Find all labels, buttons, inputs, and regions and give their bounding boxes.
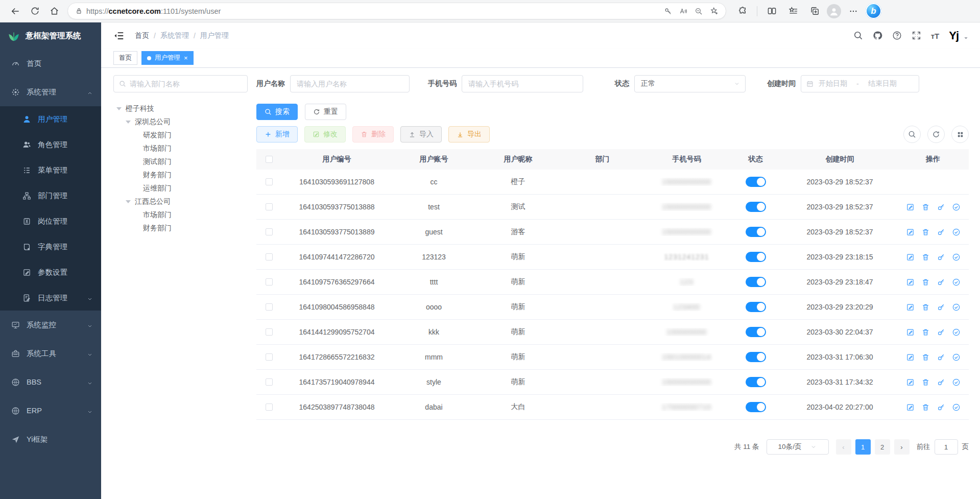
font-size-icon[interactable]: тT	[931, 31, 940, 40]
row-assign-role-icon[interactable]	[952, 353, 961, 362]
tree-node[interactable]: 橙子科技	[113, 102, 248, 115]
page-size-select[interactable]: 10条/页	[767, 439, 829, 455]
row-reset-password-icon[interactable]	[937, 378, 945, 387]
profile-avatar[interactable]	[827, 4, 841, 18]
zoom-out-icon[interactable]	[691, 4, 706, 18]
status-toggle[interactable]	[746, 302, 766, 312]
status-toggle[interactable]	[746, 327, 766, 337]
select-all-checkbox[interactable]	[266, 156, 273, 163]
status-toggle[interactable]	[746, 177, 766, 187]
bing-chat-icon[interactable]: b	[866, 3, 881, 19]
header-search-icon[interactable]	[853, 31, 863, 40]
sidebar-item-user-mgmt[interactable]: 用户管理	[0, 106, 101, 132]
read-aloud-icon[interactable]	[676, 4, 691, 18]
tree-node[interactable]: 财务部门	[113, 222, 248, 235]
user-menu-caret-icon[interactable]	[963, 35, 969, 41]
row-reset-password-icon[interactable]	[937, 353, 945, 362]
sidebar-item-dept-mgmt[interactable]: 部门管理	[0, 183, 101, 208]
row-checkbox[interactable]	[266, 278, 273, 286]
breadcrumb-item[interactable]: 用户管理	[200, 31, 229, 40]
goto-page-input[interactable]	[935, 439, 958, 455]
row-assign-role-icon[interactable]	[952, 253, 961, 262]
tag-close-icon[interactable]: ×	[184, 55, 188, 61]
reset-button[interactable]: 重置	[305, 104, 346, 120]
page-number-button[interactable]: 2	[875, 439, 890, 455]
row-reset-password-icon[interactable]	[937, 403, 945, 412]
tree-node[interactable]: 财务部门	[113, 169, 248, 182]
row-edit-icon[interactable]	[906, 228, 915, 236]
row-assign-role-icon[interactable]	[952, 328, 961, 337]
sidebar-item-bbs[interactable]: BBS	[0, 368, 101, 396]
password-key-icon[interactable]	[660, 4, 676, 18]
refresh-table-icon[interactable]	[927, 126, 945, 143]
page-number-button[interactable]: 1	[855, 439, 871, 455]
tree-expand-caret-icon[interactable]	[126, 121, 131, 124]
row-checkbox[interactable]	[266, 303, 273, 311]
sidebar-item-param-settings[interactable]: 参数设置	[0, 259, 101, 285]
sidebar-item-yi-frame[interactable]: Yi框架	[0, 425, 101, 454]
row-reset-password-icon[interactable]	[937, 303, 945, 312]
row-delete-icon[interactable]	[921, 353, 930, 362]
search-button[interactable]: 搜索	[256, 104, 298, 120]
help-icon[interactable]	[892, 31, 902, 40]
sidebar-item-home[interactable]: 首页	[0, 49, 101, 78]
row-checkbox[interactable]	[266, 403, 273, 411]
row-edit-icon[interactable]	[906, 353, 915, 362]
row-checkbox[interactable]	[266, 203, 273, 210]
add-favorite-star-icon[interactable]	[706, 4, 722, 18]
tag-item[interactable]: 首页	[113, 51, 137, 65]
github-icon[interactable]	[873, 31, 882, 40]
row-edit-icon[interactable]	[906, 378, 915, 387]
status-toggle[interactable]	[746, 402, 766, 412]
row-delete-icon[interactable]	[921, 253, 930, 262]
date-range-picker[interactable]: 开始日期 - 结束日期	[801, 75, 919, 92]
row-edit-icon[interactable]	[906, 303, 915, 312]
row-checkbox[interactable]	[266, 378, 273, 386]
row-edit-icon[interactable]	[906, 328, 915, 337]
department-search-input[interactable]	[130, 80, 242, 88]
breadcrumb-item[interactable]: 首页	[135, 31, 149, 40]
browser-home-icon[interactable]	[45, 3, 63, 20]
phone-input[interactable]	[462, 75, 583, 92]
status-toggle[interactable]	[746, 352, 766, 362]
row-edit-icon[interactable]	[906, 203, 915, 211]
row-checkbox[interactable]	[266, 178, 273, 185]
sidebar-item-erp[interactable]: ERP	[0, 396, 101, 425]
breadcrumb-item[interactable]: 系统管理	[160, 31, 189, 40]
status-toggle[interactable]	[746, 277, 766, 287]
tree-node[interactable]: 市场部门	[113, 142, 248, 155]
sidebar-item-log-mgmt[interactable]: 日志管理	[0, 285, 101, 311]
next-page-button[interactable]: ›	[894, 439, 910, 455]
url-text[interactable]: https://ccnetcore.com:1101/system/user	[86, 7, 660, 15]
row-assign-role-icon[interactable]	[952, 278, 961, 287]
row-checkbox[interactable]	[266, 328, 273, 336]
lock-icon[interactable]	[71, 4, 86, 18]
row-assign-role-icon[interactable]	[952, 403, 961, 412]
row-checkbox[interactable]	[266, 253, 273, 260]
department-search-box[interactable]	[113, 75, 248, 92]
row-checkbox[interactable]	[266, 353, 273, 361]
fullscreen-icon[interactable]	[912, 31, 921, 40]
tree-expand-caret-icon[interactable]	[126, 200, 131, 203]
browser-back-icon[interactable]	[6, 3, 25, 20]
username-input[interactable]	[290, 75, 410, 92]
import-button[interactable]: 导入	[400, 126, 442, 142]
sidebar-item-menu-mgmt[interactable]: 菜单管理	[0, 157, 101, 183]
row-delete-icon[interactable]	[921, 228, 930, 236]
add-button[interactable]: 新增	[256, 126, 298, 142]
split-screen-icon[interactable]	[762, 3, 781, 20]
row-delete-icon[interactable]	[921, 303, 930, 312]
row-edit-icon[interactable]	[906, 253, 915, 262]
status-select[interactable]: 正常	[634, 75, 746, 92]
tree-node[interactable]: 测试部门	[113, 155, 248, 169]
row-reset-password-icon[interactable]	[937, 278, 945, 287]
show-search-icon[interactable]	[903, 126, 921, 143]
status-toggle[interactable]	[746, 202, 766, 212]
status-toggle[interactable]	[746, 252, 766, 262]
row-reset-password-icon[interactable]	[937, 228, 945, 236]
row-assign-role-icon[interactable]	[952, 303, 961, 312]
sidebar-item-monitor[interactable]: 系统监控	[0, 311, 101, 339]
sidebar-item-dict-mgmt[interactable]: 字典管理	[0, 234, 101, 259]
delete-button[interactable]: 删除	[352, 126, 394, 142]
favorites-icon[interactable]	[784, 3, 802, 20]
